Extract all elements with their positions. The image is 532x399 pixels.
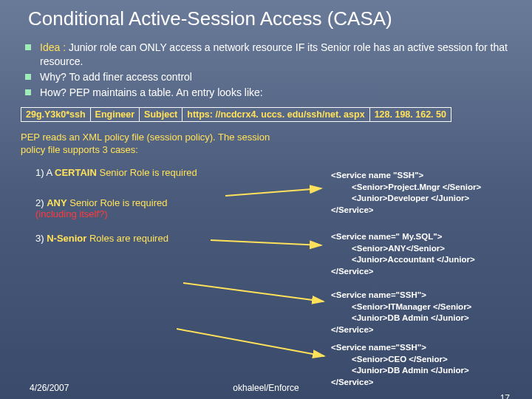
arrow-icon	[183, 279, 327, 309]
xml-line: </Service>	[331, 205, 374, 214]
footer: 4/26/2007 okhaleel/Enforce 17	[0, 383, 532, 393]
bullet-label: Idea :	[40, 41, 66, 53]
xml-line: <Junior>DB Admin </Junior>	[331, 365, 469, 377]
table-cell: Subject	[140, 107, 183, 121]
table-cell: https: //ncdcrx4. uccs. edu/ssh/net. asp…	[183, 107, 369, 121]
xml-block-1: <Service name "SSH"> <Senior>Project.Mng…	[331, 170, 481, 216]
bullet-text: Junior role can ONLY access a network re…	[40, 41, 508, 67]
svg-line-3	[177, 329, 324, 356]
svg-line-2	[183, 283, 324, 301]
table-cell: 29g.Y3k0*ssh	[21, 107, 91, 121]
xml-block-3: <Service name="SSH"> <Senior>ITManager <…	[331, 290, 471, 335]
xml-block-4: <Service name="SSH"> <Senior>CEO </Senio…	[331, 342, 469, 388]
table-cell: 128. 198. 162. 50	[369, 107, 451, 121]
case-bold: ANY	[47, 197, 66, 208]
case-prefix: 1) A	[35, 167, 55, 178]
case-suffix: Roles are required	[86, 233, 168, 244]
table-cell: Engineer	[90, 107, 140, 121]
case-suffix: Senior Role is required	[67, 197, 168, 208]
xml-line: <Service name="SSH">	[331, 290, 426, 299]
entry-table: 29g.Y3k0*ssh Engineer Subject https: //n…	[21, 107, 451, 122]
case-suffix: Senior Role is required	[97, 167, 197, 178]
bullet-text: Why? To add finer access control	[40, 71, 192, 83]
xml-line: <Senior>ITManager </Senior>	[331, 301, 471, 313]
xml-line: <Junior>Accountant </Junior>	[331, 254, 475, 266]
xml-line: <Junior>Developer </Junior>	[331, 193, 481, 205]
svg-line-0	[225, 188, 321, 196]
bullet-item: How? PEP maintains a table. An entry loo…	[25, 86, 511, 100]
xml-line: <Senior>CEO </Senior>	[331, 354, 469, 366]
bullet-item: Why? To add finer access control	[25, 70, 511, 84]
bullet-square-icon	[25, 74, 31, 80]
slide-title: Conditional Active-Session Access (CASA)	[28, 7, 511, 30]
case-bold: CERTAIN	[55, 167, 97, 178]
xml-line: <Senior>Project.Mngr </Senior>	[331, 182, 481, 194]
xml-block-2: <Service name=" My.SQL"> <Senior>ANY</Se…	[331, 231, 475, 277]
xml-line: <Service name="SSH">	[331, 343, 426, 352]
footer-date: 4/26/2007	[30, 383, 69, 393]
bullet-list: Idea : Junior role can ONLY access a net…	[25, 41, 511, 100]
case-bold: N-Senior	[47, 233, 86, 244]
bullet-square-icon	[25, 89, 31, 95]
case-danger: (including itself?)	[35, 208, 108, 219]
arrow-icon	[177, 325, 328, 362]
xml-line: <Senior>ANY</Senior>	[331, 243, 475, 255]
case-prefix: 2)	[35, 197, 47, 208]
bullet-square-icon	[25, 44, 31, 50]
bullet-text: How? PEP maintains a table. An entry loo…	[40, 86, 263, 98]
pep-text: PEP reads an XML policy file (session po…	[21, 131, 272, 157]
bullet-item: Idea : Junior role can ONLY access a net…	[25, 41, 511, 69]
footer-center: okhaleel/Enforce	[0, 383, 532, 393]
xml-line: <Junior>DB Admin </Junior>	[331, 313, 471, 324]
footer-page: 17	[500, 393, 510, 399]
xml-line: </Service>	[331, 267, 374, 276]
xml-line: </Service>	[331, 325, 374, 334]
case-prefix: 3)	[35, 233, 47, 244]
xml-line: <Service name=" My.SQL">	[331, 232, 442, 241]
xml-line: <Service name "SSH">	[331, 171, 423, 180]
